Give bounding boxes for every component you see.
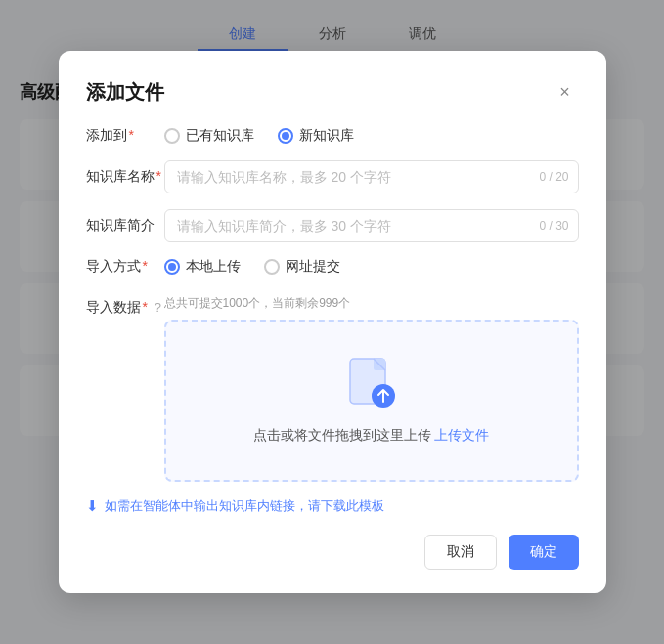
kb-desc-row: 知识库简介 0 / 30 <box>86 209 579 242</box>
add-file-dialog: 添加文件 × 添加到* 已有知识库 新知识库 知识库名称* <box>59 51 606 593</box>
import-method-row: 导入方式* 本地上传 网址提交 <box>86 258 579 276</box>
upload-area[interactable]: 点击或将文件拖拽到这里上传 上传文件 <box>164 320 579 482</box>
radio-url-label: 网址提交 <box>286 258 340 276</box>
cancel-button[interactable]: 取消 <box>424 535 497 570</box>
kb-desc-input-wrapper: 0 / 30 <box>164 209 579 242</box>
import-subtitle: 总共可提交1000个，当前剩余999个 <box>164 295 579 312</box>
download-icon: ⬇ <box>86 497 99 515</box>
upload-file-icon <box>346 357 397 411</box>
kb-name-input-wrapper: 0 / 20 <box>164 160 579 193</box>
radio-existing-kb[interactable]: 已有知识库 <box>164 127 254 145</box>
add-to-row: 添加到* 已有知识库 新知识库 <box>86 127 579 145</box>
radio-existing-label: 已有知识库 <box>186 127 254 145</box>
kb-name-label: 知识库名称* <box>86 168 164 186</box>
radio-existing-circle <box>164 128 180 144</box>
kb-name-char-count: 0 / 20 <box>539 170 568 184</box>
kb-desc-label: 知识库简介 <box>86 217 164 235</box>
kb-desc-input[interactable] <box>164 209 579 242</box>
import-data-label: 导入数据* ? <box>86 295 164 317</box>
modal-overlay: 添加文件 × 添加到* 已有知识库 新知识库 知识库名称* <box>0 0 664 644</box>
upload-text: 点击或将文件拖拽到这里上传 上传文件 <box>253 427 490 445</box>
kb-desc-char-count: 0 / 30 <box>539 219 568 233</box>
radio-new-label: 新知识库 <box>299 127 354 145</box>
template-link-text: 如需在智能体中输出知识库内链接，请下载此模板 <box>105 497 384 515</box>
radio-new-kb[interactable]: 新知识库 <box>278 127 354 145</box>
radio-new-circle <box>278 128 293 144</box>
help-icon[interactable]: ? <box>155 300 161 315</box>
radio-local-upload[interactable]: 本地上传 <box>164 258 241 276</box>
upload-icon-wrap <box>346 357 397 415</box>
kb-name-input[interactable] <box>164 160 579 193</box>
import-method-label: 导入方式* <box>86 258 164 276</box>
radio-local-label: 本地上传 <box>186 258 241 276</box>
kb-name-row: 知识库名称* 0 / 20 <box>86 160 579 193</box>
dialog-footer: 取消 确定 <box>86 535 579 570</box>
add-to-label: 添加到* <box>86 127 164 145</box>
dialog-header: 添加文件 × <box>86 78 579 106</box>
confirm-button[interactable]: 确定 <box>509 535 579 570</box>
radio-url-circle <box>264 259 280 275</box>
close-button[interactable]: × <box>552 78 579 106</box>
radio-local-circle <box>164 259 180 275</box>
import-data-row: 导入数据* ? 总共可提交1000个，当前剩余999个 <box>86 291 579 482</box>
add-to-radio-group: 已有知识库 新知识库 <box>164 127 354 145</box>
import-method-radio-group: 本地上传 网址提交 <box>164 258 340 276</box>
template-link[interactable]: ⬇ 如需在智能体中输出知识库内链接，请下载此模板 <box>86 497 579 515</box>
upload-link[interactable]: 上传文件 <box>434 427 489 443</box>
radio-url-submit[interactable]: 网址提交 <box>264 258 340 276</box>
dialog-title: 添加文件 <box>86 79 164 106</box>
import-data-section: 总共可提交1000个，当前剩余999个 点击或将文件拖拽到这里上 <box>164 295 579 482</box>
